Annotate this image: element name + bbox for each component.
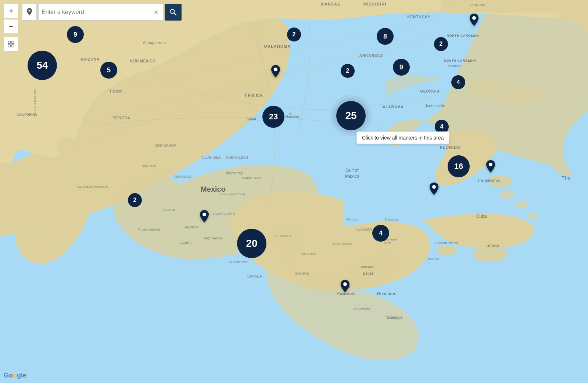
svg-text:Puerto Vallarta: Puerto Vallarta <box>139 228 160 231</box>
cluster-tooltip: Click to view all markers in this area <box>356 131 449 144</box>
cluster-4-sc[interactable]: 4 <box>451 75 465 89</box>
cluster-2-ms[interactable]: 2 <box>341 64 355 78</box>
pin-nayarit[interactable] <box>200 210 209 224</box>
svg-text:The Bahamas: The Bahamas <box>477 178 500 183</box>
pin-ne[interactable] <box>470 14 478 28</box>
cluster-5[interactable]: 5 <box>100 62 117 79</box>
svg-point-86 <box>274 68 277 71</box>
cluster-count: 2 <box>133 197 137 203</box>
cluster-count: 9 <box>399 64 403 71</box>
svg-text:GUERRERO: GUERRERO <box>229 260 248 264</box>
svg-point-91 <box>472 16 476 20</box>
svg-text:NORTH CAROLINA: NORTH CAROLINA <box>447 34 480 37</box>
zoom-out-button[interactable]: − <box>4 19 18 34</box>
cluster-2-nc[interactable]: 2 <box>434 37 448 51</box>
svg-text:ROO: ROO <box>384 242 391 245</box>
cluster-25[interactable]: 25 <box>336 101 366 130</box>
svg-text:CAMPECHE: CAMPECHE <box>333 242 352 246</box>
cluster-count: 20 <box>246 238 257 249</box>
cluster-2-ok[interactable]: 2 <box>287 28 301 41</box>
cluster-count: 2 <box>293 31 296 38</box>
pin-bahamas[interactable] <box>486 160 495 174</box>
svg-text:TAMAULIPAS: TAMAULIPAS <box>241 176 262 180</box>
search-clear-button[interactable]: ✕ <box>152 9 160 16</box>
cluster-count: 25 <box>345 110 356 122</box>
cluster-8[interactable]: 8 <box>377 28 394 45</box>
svg-rect-95 <box>12 45 14 47</box>
svg-text:KENTUCKY: KENTUCKY <box>407 15 431 19</box>
search-pin-button[interactable] <box>22 4 37 21</box>
cluster-9-tn[interactable]: 9 <box>393 59 410 76</box>
svg-text:El Salvador: El Salvador <box>354 307 370 311</box>
cluster-16[interactable]: 16 <box>448 155 470 177</box>
svg-text:Houston: Houston <box>285 115 299 119</box>
expand-button[interactable] <box>4 37 18 51</box>
pin-guatemala[interactable] <box>341 280 349 294</box>
svg-text:SINALOA: SINALOA <box>141 164 156 168</box>
search-input[interactable] <box>42 9 152 15</box>
svg-point-5 <box>515 201 528 209</box>
search-input-container: ✕ <box>38 4 163 21</box>
svg-text:SAN LUIS POTOSI: SAN LUIS POTOSI <box>220 193 245 196</box>
svg-text:FLORIDA: FLORIDA <box>440 145 460 149</box>
pin-dallas[interactable] <box>271 65 280 79</box>
cluster-count: 23 <box>269 112 278 122</box>
cluster-2-baja[interactable]: 2 <box>128 193 142 207</box>
svg-text:NEW MEXICO: NEW MEXICO <box>130 59 156 63</box>
svg-text:OKLAHOMA: OKLAHOMA <box>264 44 291 48</box>
svg-text:Belize: Belize <box>363 271 374 275</box>
svg-text:Gulf of: Gulf of <box>345 168 359 173</box>
cluster-count: 2 <box>440 41 443 47</box>
svg-text:Cuba: Cuba <box>476 214 487 219</box>
cluster-23[interactable]: 23 <box>262 106 284 128</box>
svg-text:The: The <box>562 175 570 181</box>
cluster-count: 4 <box>379 230 383 237</box>
svg-text:Cayman Islands: Cayman Islands <box>435 241 458 245</box>
svg-text:Tucson: Tucson <box>109 89 122 93</box>
cluster-count: 5 <box>107 66 111 74</box>
svg-text:Jamaica: Jamaica <box>485 243 499 247</box>
cluster-54[interactable]: 54 <box>28 51 57 80</box>
svg-text:INA ROO: INA ROO <box>427 257 439 261</box>
map-container[interactable]: KANSAS MISSOURI KENTUCKY OKLAHOMA ARKANS… <box>0 0 588 383</box>
svg-text:SOUTH CAROLINA: SOUTH CAROLINA <box>444 59 477 62</box>
svg-point-6 <box>527 213 538 219</box>
svg-text:GUANAJUATO: GUANAJUATO <box>213 212 236 216</box>
search-submit-button[interactable] <box>165 4 182 21</box>
svg-text:VIRGINIA: VIRGINIA <box>470 3 485 7</box>
svg-text:Honduras: Honduras <box>377 291 396 296</box>
svg-point-89 <box>432 185 436 189</box>
svg-text:Belmopan: Belmopan <box>361 265 374 268</box>
svg-text:CHIAPAS: CHIAPAS <box>295 272 309 275</box>
svg-text:MISSOURI: MISSOURI <box>363 2 386 6</box>
svg-text:YUCATAN: YUCATAN <box>355 227 372 231</box>
cluster-count: 54 <box>36 59 48 71</box>
svg-text:COLIMA: COLIMA <box>180 241 192 245</box>
pin-havana[interactable] <box>430 183 438 196</box>
svg-text:BAJA CALIFORNIA SUR: BAJA CALIFORNIA SUR <box>78 185 108 189</box>
cluster-count: 4 <box>440 123 444 130</box>
search-bar: ✕ <box>22 4 182 21</box>
svg-text:Albuquerque: Albuquerque <box>143 40 166 45</box>
svg-text:Mérida: Mérida <box>347 218 358 222</box>
svg-text:Nicaragua: Nicaragua <box>386 315 402 319</box>
zoom-in-button[interactable]: + <box>4 4 18 18</box>
tooltip-text: Click to view all markers in this area <box>362 135 444 141</box>
svg-text:Mexico: Mexico <box>345 174 359 179</box>
svg-rect-92 <box>8 41 10 43</box>
svg-text:ALABAMA: ALABAMA <box>383 105 404 109</box>
svg-point-87 <box>202 213 206 216</box>
cluster-4-yucatan[interactable]: 4 <box>372 225 389 242</box>
map-controls: + − <box>4 4 18 51</box>
svg-text:ARKANSAS: ARKANSAS <box>359 54 383 58</box>
cluster-count: 8 <box>383 33 387 40</box>
cluster-20[interactable]: 20 <box>237 229 266 258</box>
svg-text:KANSAS: KANSAS <box>321 2 340 6</box>
svg-text:Monterrey: Monterrey <box>226 171 243 175</box>
svg-rect-93 <box>12 41 14 43</box>
svg-line-97 <box>174 13 176 15</box>
svg-text:GEORGIA: GEORGIA <box>420 89 440 93</box>
cluster-9-nw[interactable]: 9 <box>67 26 84 43</box>
svg-point-90 <box>489 163 492 166</box>
svg-text:Jacksonville: Jacksonville <box>425 104 445 108</box>
